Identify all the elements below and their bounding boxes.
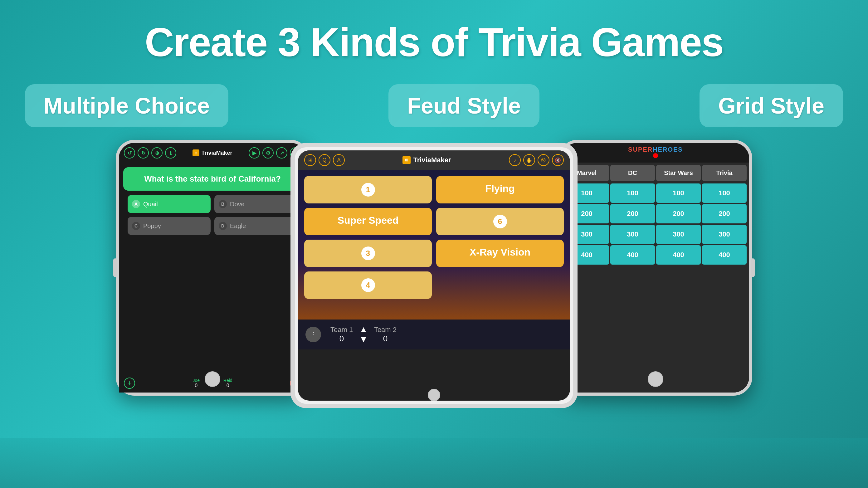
cell-3-2[interactable]: 300 [610,225,655,244]
answer-c-letter: C [132,222,140,230]
player-joe-score: 0 [192,383,200,389]
right-phone: SUPERHEROES Marvel DC Star Wars Trivia 1… [559,140,752,396]
cell-2-4[interactable]: 200 [702,204,747,223]
tablet-screen: ⊞ Q A ⊞ TriviaMaker ♪ ✋ ☹ 🔇 [298,150,570,401]
devices-container: ↺ ↻ ⊕ ℹ ⊞ TriviaMaker ▶ ⚙ ↗ ✕ What [0,127,868,408]
answer-c[interactable]: C Poppy [128,217,211,235]
label-badges-row: Multiple Choice Feud Style Grid Style [0,65,868,127]
cell-2-2[interactable]: 200 [610,204,655,223]
right-phone-screen: SUPERHEROES Marvel DC Star Wars Trivia 1… [562,143,749,393]
feud-cell-3-right[interactable]: X-Ray Vision [436,240,564,267]
grid-topbar: SUPERHEROES [562,143,749,162]
feud-team2: Team 2 0 [374,326,397,343]
feud-number-1: 1 [361,183,375,196]
feud-answer-superspeed: Super Speed [338,215,399,226]
home-button-right[interactable] [648,371,663,387]
grid-game-logo: SUPERHEROES [628,146,683,159]
feud-row-1: 1 Flying [304,176,564,204]
player-reid: Reid 0 [223,378,232,389]
feud-icons-right: ♪ ✋ ☹ 🔇 [509,154,564,166]
answer-a[interactable]: A Quail [128,195,211,213]
feud-cell-4-left[interactable]: 4 [304,271,432,299]
cell-4-3[interactable]: 400 [656,245,701,265]
cell-1-4[interactable]: 100 [702,183,747,203]
col-header-starwars: Star Wars [656,165,701,181]
feud-cell-3-left[interactable]: 3 [304,240,432,267]
feud-icon-q[interactable]: Q [318,154,331,166]
add-score-button[interactable]: + [124,377,135,389]
cell-4-4[interactable]: 400 [702,245,747,265]
home-button-left[interactable] [205,371,220,387]
feud-icon-hand[interactable]: ✋ [523,154,535,166]
grid-row-4: 400 400 400 400 [564,245,747,265]
logo-blue-text: HEROES [653,146,683,153]
feud-icon-grid[interactable]: ⊞ [304,154,316,166]
feud-score-area: ⋮ Team 1 0 ▲▼ Team 2 0 [298,319,570,349]
power-button-right [751,258,755,277]
volume-button [113,258,117,277]
answer-d-text: Eagle [230,222,246,230]
icon-undo[interactable]: ↺ [124,147,135,158]
feud-row-2: Super Speed 6 [304,208,564,235]
cell-1-2[interactable]: 100 [610,183,655,203]
grid-column-headers: Marvel DC Star Wars Trivia [564,165,747,181]
feud-icon-music[interactable]: ♪ [509,154,521,166]
cell-3-3[interactable]: 300 [656,225,701,244]
trivia-maker-logo-center: ⊞ TriviaMaker [402,156,451,164]
multiple-choice-badge: Multiple Choice [25,84,228,127]
icon-wifi[interactable]: ⊕ [151,147,162,158]
page-title: Create 3 Kinds of Trivia Games [0,0,868,65]
feud-icon-mute[interactable]: 🔇 [552,154,564,166]
feud-style-badge: Feud Style [389,84,539,127]
icon-settings[interactable]: ⚙ [262,147,274,158]
feud-number-4: 4 [361,278,375,292]
feud-answer-xray: X-Ray Vision [470,246,530,258]
answer-a-text: Quail [143,201,158,208]
icon-play[interactable]: ▶ [249,147,260,158]
grid-row-3: 300 300 300 300 [564,225,747,244]
left-phone-screen: ↺ ↻ ⊕ ℹ ⊞ TriviaMaker ▶ ⚙ ↗ ✕ What [119,143,306,393]
reflection-overlay [0,438,868,488]
icon-redo[interactable]: ↻ [137,147,149,158]
col-header-trivia: Trivia [702,165,747,181]
feud-cell-2-right[interactable]: 6 [436,208,564,235]
cell-4-2[interactable]: 400 [610,245,655,265]
feud-icon-sad[interactable]: ☹ [537,154,550,166]
grid-row-2: 200 200 200 200 [564,204,747,223]
icon-share[interactable]: ↗ [276,147,287,158]
logo-red-text: SUPER [628,146,653,153]
answer-b[interactable]: B Dove [214,195,297,213]
feud-answer-flying: Flying [485,183,515,194]
col-header-dc: DC [610,165,655,181]
feud-expand-icon[interactable]: ⋮ [306,327,321,342]
team2-score: 0 [374,334,397,343]
cell-3-4[interactable]: 300 [702,225,747,244]
icon-info[interactable]: ℹ [165,147,176,158]
team1-score: 0 [331,334,353,343]
team2-label: Team 2 [374,326,397,334]
feud-number-6: 6 [493,215,507,228]
feud-cell-2-left[interactable]: Super Speed [304,208,432,235]
grid-row-1: 100 100 100 100 [564,183,747,203]
answer-d[interactable]: D Eagle [214,217,297,235]
answer-a-letter: A [132,200,140,208]
logo-icon: ⊞ [192,149,199,156]
center-tablet: ⊞ Q A ⊞ TriviaMaker ♪ ✋ ☹ 🔇 [290,143,578,408]
question-box: What is the state bird of California? [123,167,302,191]
player-reid-score: 0 [223,383,232,389]
feud-cell-1-right[interactable]: Flying [436,176,564,204]
cell-2-3[interactable]: 200 [656,204,701,223]
tablet-home-button[interactable] [428,389,440,401]
cell-1-3[interactable]: 100 [656,183,701,203]
player-joe-name: Joe [192,378,200,383]
player-reid-name: Reid [223,378,232,383]
feud-score-block: Team 1 0 ▲▼ Team 2 0 [331,325,397,344]
feud-game-area: 1 Flying Super Speed 6 [298,170,570,319]
question-text: What is the state bird of California? [144,174,281,183]
feud-row-4: 4 [304,271,564,299]
feud-icon-a[interactable]: A [333,154,345,166]
feud-cell-1-left[interactable]: 1 [304,176,432,204]
answer-grid: A Quail B Dove C Poppy D Eagle [128,195,297,235]
grid-style-badge: Grid Style [700,84,843,127]
feud-arrows[interactable]: ▲▼ [359,325,368,344]
